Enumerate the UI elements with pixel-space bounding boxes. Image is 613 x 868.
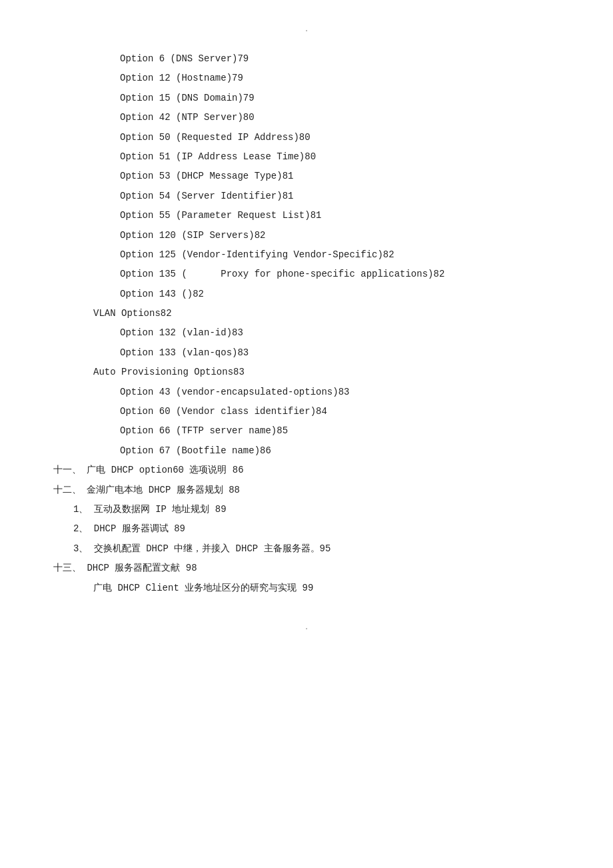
toc-item-14: Option 132 (vlan-id)83 [53,323,560,343]
page-dot-bottom: · [53,625,560,634]
toc-item-12: Option 143 ()82 [53,285,560,304]
toc-item-13: VLAN Options82 [53,304,560,323]
toc-item-7: Option 54 (Server Identifier)81 [53,187,560,206]
toc-item-6: Option 53 (DHCP Message Type)81 [53,167,560,186]
toc-container: Option 6 (DNS Server)79Option 12 (Hostna… [53,49,560,598]
page-dot-top: · [53,27,560,36]
toc-item-26: 十三、 DHCP 服务器配置文献 98 [53,559,560,578]
toc-item-18: Option 60 (Vendor class identifier)84 [53,402,560,421]
toc-item-10: Option 125 (Vendor-Identifying Vendor-Sp… [53,245,560,265]
toc-item-20: Option 67 (Bootfile name)86 [53,441,560,461]
toc-item-9: Option 120 (SIP Servers)82 [53,226,560,245]
toc-item-16: Auto Provisioning Options83 [53,363,560,382]
toc-item-0: Option 6 (DNS Server)79 [53,49,560,69]
toc-item-23: 1、 互动及数据网 IP 地址规划 89 [53,500,560,519]
toc-item-17: Option 43 (vendor-encapsulated-options)8… [53,383,560,402]
toc-item-25: 3、 交换机配置 DHCP 中继，并接入 DHCP 主备服务器。95 [53,539,560,559]
toc-item-11: Option 135 ( Proxy for phone-specific ap… [53,265,560,284]
toc-item-15: Option 133 (vlan-qos)83 [53,343,560,363]
toc-item-3: Option 42 (NTP Server)80 [53,108,560,127]
toc-item-21: 十一、 广电 DHCP option60 选项说明 86 [53,461,560,480]
toc-item-24: 2、 DHCP 服务器调试 89 [53,519,560,539]
toc-item-19: Option 66 (TFTP server name)85 [53,421,560,441]
toc-item-2: Option 15 (DNS Domain)79 [53,89,560,108]
toc-item-8: Option 55 (Parameter Request List)81 [53,206,560,225]
toc-item-5: Option 51 (IP Address Lease Time)80 [53,147,560,167]
toc-item-27: 广电 DHCP Client 业务地址区分的研究与实现 99 [53,579,560,598]
toc-item-1: Option 12 (Hostname)79 [53,69,560,88]
toc-item-22: 十二、 金湖广电本地 DHCP 服务器规划 88 [53,481,560,500]
toc-item-4: Option 50 (Requested IP Address)80 [53,128,560,147]
